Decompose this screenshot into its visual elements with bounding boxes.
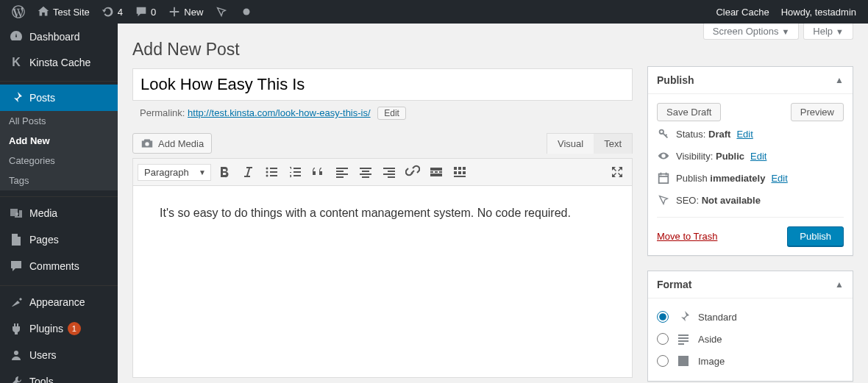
permalink-url[interactable]: http://test.kinsta.com/look-how-easy-thi… xyxy=(188,107,371,118)
permalink-row: Permalink: http://test.kinsta.com/look-h… xyxy=(132,101,633,129)
ul-icon xyxy=(264,165,279,179)
site-name-link[interactable]: Test Site xyxy=(31,0,96,24)
key-icon xyxy=(657,127,670,140)
menu-tools[interactable]: Tools xyxy=(0,368,118,383)
status-indicator[interactable] xyxy=(234,0,259,24)
status-row: Status: Draft Edit xyxy=(657,123,844,145)
menu-pages[interactable]: Pages xyxy=(0,226,118,253)
seo-link[interactable] xyxy=(209,0,234,24)
schedule-row: Publish immediately Edit xyxy=(657,167,844,189)
permalink-edit-button[interactable]: Edit xyxy=(377,107,406,120)
permalink-label: Permalink: xyxy=(140,107,185,118)
move-to-trash-link[interactable]: Move to Trash xyxy=(657,231,717,242)
menu-comments[interactable]: Comments xyxy=(0,253,118,279)
format-radio-image[interactable] xyxy=(657,355,669,367)
preview-button[interactable]: Preview xyxy=(791,103,844,121)
howdy-link[interactable]: Howdy, testadmin xyxy=(775,0,862,24)
users-icon xyxy=(9,348,24,362)
comments-link[interactable]: 0 xyxy=(129,0,162,24)
italic-icon xyxy=(241,165,255,179)
publish-button[interactable]: Publish xyxy=(787,226,844,246)
svg-point-2 xyxy=(14,351,18,355)
calendar-icon xyxy=(657,171,670,185)
update-icon xyxy=(102,5,115,18)
updates-link[interactable]: 4 xyxy=(96,0,129,24)
format-option-image[interactable]: Image xyxy=(657,350,844,372)
format-radio-standard[interactable] xyxy=(657,311,669,323)
format-option-standard[interactable]: Standard xyxy=(657,306,844,328)
format-metabox-header[interactable]: Format ▲ xyxy=(648,271,853,298)
chevron-up-icon: ▲ xyxy=(835,279,844,290)
pages-icon xyxy=(9,232,24,247)
edit-status-link[interactable]: Edit xyxy=(736,129,753,140)
blockquote-button[interactable] xyxy=(308,162,329,182)
link-icon xyxy=(405,165,420,179)
format-select[interactable]: Paragraph xyxy=(138,164,211,181)
align-left-button[interactable] xyxy=(332,162,352,182)
read-more-button[interactable] xyxy=(426,162,447,182)
submenu-tags[interactable]: Tags xyxy=(0,171,118,190)
editor-content[interactable]: It's so easy to do things with a content… xyxy=(133,186,632,377)
help-tab[interactable]: Help▼ xyxy=(803,24,853,40)
menu-appearance[interactable]: Appearance xyxy=(0,289,118,315)
publish-metabox-header[interactable]: Publish ▲ xyxy=(648,67,853,94)
comment-icon xyxy=(135,5,148,18)
admin-bar: Test Site 4 0 New Clear Cache Howdy, tes… xyxy=(0,0,868,24)
submenu-add-new[interactable]: Add New xyxy=(0,131,118,151)
bold-button[interactable] xyxy=(214,162,235,182)
format-option-aside[interactable]: Aside xyxy=(657,328,844,350)
menu-plugins[interactable]: Plugins 1 xyxy=(0,315,118,342)
svg-point-5 xyxy=(266,175,268,177)
edit-schedule-link[interactable]: Edit xyxy=(771,173,787,184)
link-button[interactable] xyxy=(402,162,423,182)
wordpress-icon xyxy=(12,5,25,18)
pin-icon xyxy=(676,309,691,324)
align-right-button[interactable] xyxy=(379,162,399,182)
chevron-down-icon: ▼ xyxy=(781,27,789,36)
italic-button[interactable] xyxy=(238,162,258,182)
svg-point-0 xyxy=(243,9,250,15)
home-icon xyxy=(37,5,50,18)
svg-point-4 xyxy=(266,171,268,173)
tab-visual[interactable]: Visual xyxy=(547,134,594,154)
chevron-down-icon: ▼ xyxy=(836,27,844,36)
submenu-all-posts[interactable]: All Posts xyxy=(0,111,118,131)
menu-media[interactable]: Media xyxy=(0,200,118,226)
tools-icon xyxy=(9,374,24,383)
new-content-link[interactable]: New xyxy=(162,0,209,24)
plus-icon xyxy=(168,5,181,18)
menu-kinsta-cache[interactable]: K Kinsta Cache xyxy=(0,50,118,75)
submenu-categories[interactable]: Categories xyxy=(0,151,118,171)
plugins-icon xyxy=(9,321,24,336)
align-left-icon xyxy=(335,165,349,179)
svg-point-1 xyxy=(15,212,18,215)
seo-row: SEO: Not available xyxy=(657,189,844,211)
align-center-button[interactable] xyxy=(355,162,376,182)
screen-options-tab[interactable]: Screen Options▼ xyxy=(703,24,800,40)
kinsta-icon: K xyxy=(9,56,24,69)
post-title-input[interactable] xyxy=(132,68,633,101)
dashboard-icon xyxy=(9,29,24,44)
kitchen-sink-icon xyxy=(452,165,467,179)
format-radio-aside[interactable] xyxy=(657,333,669,345)
tab-text[interactable]: Text xyxy=(594,134,632,154)
menu-users[interactable]: Users xyxy=(0,342,118,368)
new-label: New xyxy=(184,7,203,18)
bullet-list-button[interactable] xyxy=(261,162,282,182)
align-right-icon xyxy=(382,165,396,179)
editor: Paragraph It's so easy to do things with xyxy=(132,158,633,378)
clear-cache-link[interactable]: Clear Cache xyxy=(710,0,775,24)
wp-logo[interactable] xyxy=(6,0,31,24)
editor-toolbar: Paragraph xyxy=(133,159,632,186)
menu-dashboard[interactable]: Dashboard xyxy=(0,24,118,50)
fullscreen-button[interactable] xyxy=(607,162,627,182)
site-name: Test Site xyxy=(53,7,90,18)
number-list-button[interactable] xyxy=(285,162,305,182)
appearance-icon xyxy=(9,295,24,309)
save-draft-button[interactable]: Save Draft xyxy=(657,103,721,121)
add-media-button[interactable]: Add Media xyxy=(132,133,212,154)
readmore-icon xyxy=(429,165,444,179)
edit-visibility-link[interactable]: Edit xyxy=(750,151,766,162)
menu-posts[interactable]: Posts xyxy=(0,85,118,111)
toolbar-toggle-button[interactable] xyxy=(449,162,470,182)
